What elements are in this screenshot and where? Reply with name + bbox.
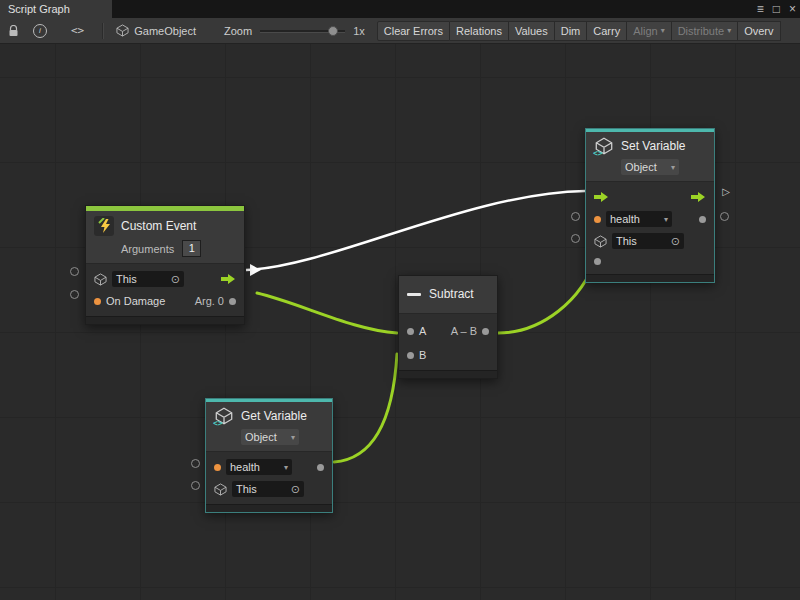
scope-dropdown[interactable]: Object ▾ [621, 159, 679, 175]
input-a-row: A A – B [399, 318, 497, 344]
node-subtract[interactable]: Subtract A A – B B [398, 275, 498, 379]
zoom-value: 1x [353, 25, 365, 37]
distribute-button[interactable]: Distribute▾ [672, 21, 738, 41]
node-title: Get Variable [241, 409, 307, 423]
cube-icon [594, 235, 607, 248]
unconnected-port-ring[interactable] [70, 267, 79, 276]
target-port-row: This ⊙ [586, 230, 714, 252]
node-set-variable[interactable]: <> Set Variable Object ▾ [585, 128, 715, 283]
window-controls: ≡ □ × [757, 0, 796, 18]
chevron-down-icon: ▾ [664, 215, 668, 224]
event-name-label: On Damage [106, 295, 165, 307]
set-variable-header[interactable]: <> Set Variable Object ▾ [586, 132, 714, 182]
result-output-port[interactable] [482, 328, 489, 335]
toolbar-buttons: Clear Errors Relations Values Dim Carry … [377, 21, 781, 41]
overview-button[interactable]: Overv [738, 21, 780, 41]
port-triangle-icon[interactable]: ▷ [722, 187, 730, 197]
carry-button[interactable]: Carry [587, 21, 627, 41]
variable-name-port[interactable] [214, 464, 221, 471]
maximize-icon[interactable]: □ [773, 2, 780, 16]
scope-dropdown[interactable]: Object ▾ [241, 429, 299, 445]
variable-name-dropdown[interactable]: health ▾ [606, 211, 672, 227]
get-variable-header[interactable]: <> Get Variable Object ▾ [206, 402, 332, 452]
node-title: Custom Event [121, 219, 196, 233]
close-icon[interactable]: × [789, 2, 796, 16]
node-custom-event[interactable]: Custom Event Arguments 1 This ⊙ [85, 205, 245, 325]
align-button[interactable]: Align▾ [627, 21, 671, 41]
value-input-port[interactable] [594, 258, 601, 265]
zoom-label: Zoom [224, 25, 252, 37]
variable-name-row: health ▾ [206, 456, 332, 478]
node-get-variable[interactable]: <> Get Variable Object ▾ health ▾ [205, 398, 333, 513]
input-b-port[interactable] [407, 352, 414, 359]
input-b-label: B [419, 349, 426, 361]
control-port-row [586, 186, 714, 208]
dim-button[interactable]: Dim [555, 21, 588, 41]
subtract-header[interactable]: Subtract [399, 276, 497, 314]
result-label: A – B [451, 325, 477, 337]
chevron-down-icon: ▾ [284, 463, 288, 472]
tab-strip: Script Graph ≡ □ × [0, 0, 800, 18]
variable-name-port[interactable] [594, 216, 601, 223]
target-dropdown[interactable]: This ⊙ [612, 233, 684, 249]
unconnected-port-ring[interactable] [191, 459, 200, 468]
input-a-label: A [419, 325, 426, 337]
variable-tag-icon: <> [593, 149, 603, 158]
window-menu-icon[interactable]: ≡ [757, 2, 764, 16]
arguments-input[interactable]: 1 [182, 240, 201, 257]
values-button[interactable]: Values [509, 21, 555, 41]
object-picker-icon: ⊙ [291, 483, 300, 496]
unconnected-port-ring[interactable] [571, 212, 580, 221]
clear-errors-button[interactable]: Clear Errors [377, 21, 450, 41]
node-footer [86, 316, 244, 324]
node-footer [206, 504, 332, 512]
chevron-down-icon: ▾ [661, 26, 665, 35]
variable-name-dropdown[interactable]: health ▾ [226, 459, 292, 475]
tab-label: Script Graph [8, 3, 70, 15]
info-icon[interactable]: i [33, 24, 47, 38]
minus-icon [407, 293, 421, 296]
chevron-down-icon: ▾ [291, 433, 295, 442]
chevron-down-icon: ▾ [671, 163, 675, 172]
target-dropdown[interactable]: This ⊙ [232, 481, 304, 497]
target-dropdown[interactable]: This ⊙ [112, 271, 184, 287]
variable-cube-icon: <> [594, 137, 614, 155]
zoom-slider-handle[interactable] [328, 26, 338, 36]
value-output-port[interactable] [317, 464, 324, 471]
zoom-slider[interactable] [260, 26, 345, 36]
chevron-down-icon: ▾ [727, 26, 731, 35]
arg0-label: Arg. 0 [195, 295, 224, 307]
target-port-row: This ⊙ [206, 478, 332, 500]
variable-cube-icon: <> [214, 407, 234, 425]
lock-icon[interactable] [8, 25, 19, 37]
input-a-port[interactable] [407, 328, 414, 335]
arguments-label: Arguments [121, 243, 174, 255]
unconnected-port-ring[interactable] [70, 290, 79, 299]
object-picker-icon: ⊙ [171, 273, 180, 286]
control-output-port[interactable] [221, 273, 236, 285]
tab-script-graph[interactable]: Script Graph [0, 0, 112, 18]
control-output-port[interactable] [691, 191, 706, 203]
unity-script-graph-window: Script Graph ≡ □ × i <> GameObject Zoom … [0, 0, 800, 600]
unconnected-port-ring[interactable] [720, 212, 729, 221]
cube-icon [214, 483, 227, 496]
object-picker-icon: ⊙ [671, 235, 680, 248]
toolbar-separator [102, 23, 104, 39]
control-input-port[interactable] [594, 191, 609, 203]
unconnected-port-ring[interactable] [571, 234, 580, 243]
custom-event-header[interactable]: Custom Event Arguments 1 [86, 211, 244, 264]
value-output-port[interactable] [699, 216, 706, 223]
variable-name-row: health ▾ [586, 208, 714, 230]
relations-button[interactable]: Relations [450, 21, 509, 41]
gameobject-label[interactable]: GameObject [134, 25, 196, 37]
node-title: Set Variable [621, 139, 685, 153]
event-port[interactable] [94, 298, 101, 305]
code-icon[interactable]: <> [71, 24, 84, 37]
value-input-row [586, 252, 714, 270]
arg0-output-port[interactable] [229, 298, 236, 305]
input-b-row: B [399, 344, 497, 366]
unconnected-port-ring[interactable] [191, 481, 200, 490]
cube-icon [94, 273, 107, 286]
target-port-row: This ⊙ [86, 268, 244, 290]
node-footer [586, 274, 714, 282]
